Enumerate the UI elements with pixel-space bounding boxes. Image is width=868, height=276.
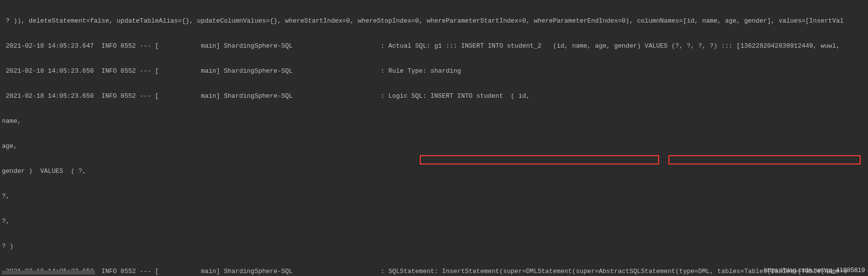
log-line: 2021-02-18 14:05:23.650 INFO 8552 --- [ … xyxy=(2,67,866,75)
log-line: 2021-02-18 14:05:23.650 INFO 8552 --- [ … xyxy=(2,267,866,276)
log-line: name, xyxy=(2,117,866,125)
watermark-text: https://blog.csdn.net/qq_41885819 xyxy=(764,266,865,274)
horizontal-scrollbar-thumb[interactable] xyxy=(2,271,95,275)
log-line: ? )), deleteStatement=false, updateTable… xyxy=(2,17,866,25)
log-line: ?, xyxy=(2,192,866,200)
log-line: gender ) VALUES ( ?, xyxy=(2,167,866,175)
log-line: 2021-02-18 14:05:23.647 INFO 8552 --- [ … xyxy=(2,42,866,50)
log-line: ?, xyxy=(2,217,866,225)
log-line: age, xyxy=(2,142,866,150)
log-line: 2021-02-18 14:05:23.650 INFO 8552 --- [ … xyxy=(2,92,866,100)
log-line: ? ) xyxy=(2,242,866,250)
console-output: ? )), deleteStatement=false, updateTable… xyxy=(0,0,868,276)
